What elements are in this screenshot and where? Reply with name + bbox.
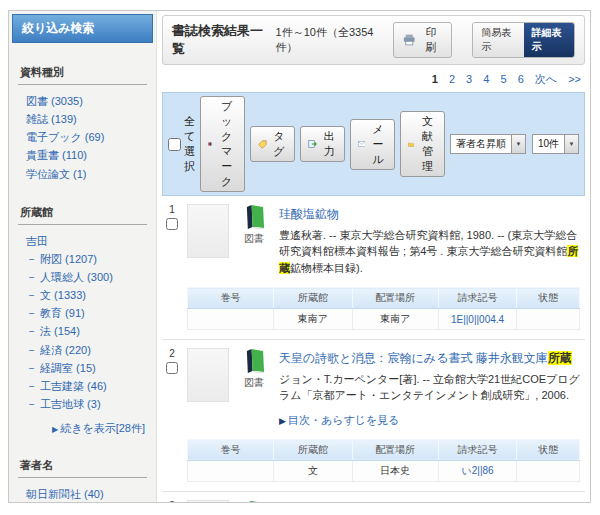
facet-link[interactable]: － 法 (154) (18, 322, 147, 340)
last-page-link[interactable]: >> (568, 73, 581, 85)
material-type-label: 図書 (236, 232, 272, 246)
facet-link[interactable]: 電子ブック (69) (18, 128, 147, 146)
holdings-header-cell: 請求記号 (438, 439, 516, 460)
holdings-cell: 東南ア (274, 309, 352, 330)
result-item: 3 図書 The Hopkins collection of inscribed… (162, 492, 585, 502)
chevron-down-icon: ▼ (564, 135, 578, 153)
holdings-cell: 1E||0||004.4 (438, 309, 516, 330)
view-toggle: 簡易表示 詳細表示 (472, 22, 575, 58)
holdings-header-cell: 請求記号 (438, 288, 516, 309)
triangle-icon: ▶ (279, 416, 286, 426)
facet-link[interactable]: 学位論文 (1) (18, 165, 147, 183)
holdings-header-cell: 所蔵館 (274, 439, 352, 460)
holdings-cell: 文 (274, 460, 352, 481)
refine-search-title: 絞り込み検索 (22, 21, 95, 35)
thumbnail-placeholder (187, 204, 229, 258)
search-term-highlight: 所蔵 (548, 351, 572, 365)
facet-link[interactable]: 雑誌 (139) (18, 110, 147, 128)
results-toolbar: 全て選択 ブックマーク タグ 出力 メール 文献管理 (162, 92, 585, 196)
page-link[interactable]: 3 (466, 73, 472, 85)
book-icon (244, 500, 265, 502)
folder-icon (408, 139, 414, 150)
result-item: 1 図書 珪酸塩鉱物 豊遙秋著. -- 東京大学総合研究資料館, 1980. -… (162, 196, 585, 340)
facet-link[interactable]: － 人環総人 (300) (18, 268, 147, 286)
page-link[interactable]: 5 (500, 73, 506, 85)
export-icon (308, 138, 318, 150)
sort-order-select[interactable]: 著者名昇順 ▼ (450, 134, 526, 154)
facet-link[interactable]: － 工吉地球 (3) (18, 395, 147, 413)
mail-button[interactable]: メール (350, 119, 395, 170)
facet-link[interactable]: 図書 (3035) (18, 92, 147, 110)
facet-group-link[interactable]: 吉田 (18, 232, 147, 250)
show-more-libraries-link[interactable]: ▶続きを表示[28件] (18, 421, 145, 436)
export-button[interactable]: 出力 (300, 126, 345, 162)
bookmark-button[interactable]: ブックマーク (200, 96, 245, 192)
holdings-header-cell: 配置場所 (352, 288, 438, 309)
result-number: 2 (169, 348, 175, 359)
holdings-cell (188, 309, 274, 330)
result-title-link[interactable]: 天皇の詩歌と消息：宸翰にみる書式 藤井永観文庫所蔵 (279, 351, 572, 365)
book-icon (244, 204, 265, 229)
facet-heading-library: 所蔵館 (18, 205, 147, 225)
reference-manager-button[interactable]: 文献管理 (400, 111, 445, 177)
result-description: ジョン・T.カーペンター[著]. -- 立命館大学21世紀COEプログラム「京都… (279, 371, 581, 404)
holdings-cell: 日本史 (352, 460, 438, 481)
tag-button[interactable]: タグ (250, 126, 294, 162)
per-page-select[interactable]: 10件 ▼ (532, 134, 579, 154)
simple-view-button[interactable]: 簡易表示 (473, 23, 523, 57)
toolbar-right: 著者名昇順 ▼ 10件 ▼ (450, 134, 579, 154)
next-page-link[interactable]: 次へ (535, 73, 557, 85)
thumbnail-placeholder (187, 500, 229, 502)
thumbnail-placeholder (187, 348, 229, 402)
triangle-icon: ▶ (52, 425, 58, 434)
facet-link[interactable]: 貴重書 (110) (18, 146, 147, 164)
facet-link[interactable]: － 附図 (1207) (18, 250, 147, 268)
facet-link[interactable]: － 文 (1333) (18, 286, 147, 304)
holdings-header-cell: 巻号 (188, 288, 274, 309)
sidebar: 絞り込み検索 資料種別 図書 (3035) 雑誌 (139) 電子ブック (69… (9, 11, 157, 502)
page-link[interactable]: 4 (483, 73, 489, 85)
holdings-header-cell: 巻号 (188, 439, 274, 460)
page-link[interactable]: 2 (449, 73, 455, 85)
print-button[interactable]: 印 刷 (393, 22, 452, 58)
holdings-header-cell: 配置場所 (352, 439, 438, 460)
holdings-cell: 東南ア (352, 309, 438, 330)
page-title: 書誌検索結果一覧 (172, 22, 266, 58)
main-content: 書誌検索結果一覧 1件～10件（全3354件） 印 刷 簡易表示 詳細表示 1 … (157, 11, 590, 502)
facet-link[interactable]: － 経済 (220) (18, 341, 147, 359)
holdings-row: 東南ア 東南ア 1E||0||004.4 (188, 309, 580, 330)
result-number: 3 (169, 500, 175, 502)
facet-link[interactable]: － 工吉建築 (46) (18, 377, 147, 395)
result-checkbox[interactable] (166, 218, 178, 230)
page-link[interactable]: 6 (518, 73, 524, 85)
toc-summary-link[interactable]: ▶目次・あらすじを見る (279, 413, 399, 428)
holdings-table: 巻号 所蔵館 配置場所 請求記号 状態 文 日本史 い2||86 (187, 439, 580, 482)
holdings-header-cell: 状態 (517, 439, 580, 460)
results-title-bar: 書誌検索結果一覧 1件～10件（全3354件） 印 刷 簡易表示 詳細表示 (162, 15, 585, 65)
holdings-table: 巻号 所蔵館 配置場所 請求記号 状態 東南ア 東南ア 1E||0||004.4 (187, 287, 580, 330)
mail-icon (358, 139, 365, 149)
holdings-header-cell: 状態 (517, 288, 580, 309)
result-number: 1 (169, 204, 175, 215)
result-count: 1件～10件（全3354件） (276, 25, 384, 55)
facet-link[interactable]: － 教育 (91) (18, 304, 147, 322)
detail-view-button[interactable]: 詳細表示 (524, 23, 574, 57)
result-description: 豊遙秋著. -- 東京大学総合研究資料館, 1980. -- (東京大学総合研究… (279, 227, 581, 277)
result-item: 2 図書 天皇の詩歌と消息：宸翰にみる書式 藤井永観文庫所蔵 ジョン・T.カーペ… (162, 340, 585, 492)
book-icon (244, 348, 265, 373)
page-frame: 絞り込み検索 資料種別 図書 (3035) 雑誌 (139) 電子ブック (69… (8, 10, 591, 503)
printer-icon (403, 34, 415, 46)
holdings-row: 文 日本史 い2||86 (188, 460, 580, 481)
holdings-cell (517, 309, 580, 330)
facet-link[interactable]: 朝日新聞社 (40) (18, 485, 147, 503)
result-title-link[interactable]: 珪酸塩鉱物 (279, 207, 339, 221)
facet-section-material: 資料種別 図書 (3035) 雑誌 (139) 電子ブック (69) 貴重書 (… (18, 65, 147, 183)
holdings-cell (517, 460, 580, 481)
result-checkbox[interactable] (166, 362, 178, 374)
select-all-checkbox[interactable] (168, 138, 181, 151)
facet-link[interactable]: － 経調室 (15) (18, 359, 147, 377)
call-number-link[interactable]: い2||86 (461, 465, 493, 476)
select-all-control: 全て選択 (168, 114, 195, 174)
call-number-link[interactable]: 1E||0||004.4 (451, 314, 504, 325)
chevron-down-icon: ▼ (511, 135, 525, 153)
